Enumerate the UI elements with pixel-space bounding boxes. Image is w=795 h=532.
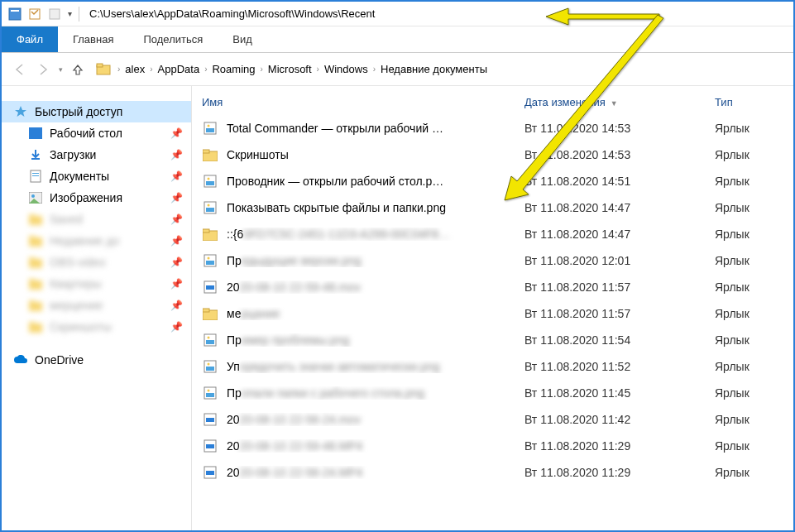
chevron-right-icon[interactable]: › [150,65,152,74]
svg-rect-58 [206,471,214,475]
sidebar-item-label: OneDrive [35,353,84,367]
sidebar-desktop[interactable]: Рабочий стол 📌 [2,122,191,144]
file-name: мерцание [227,307,524,320]
pin-icon: 📌 [170,149,183,161]
tab-file[interactable]: Файл [2,26,58,52]
file-type: Ярлык [715,280,781,294]
sidebar-documents[interactable]: Документы 📌 [2,165,191,187]
properties-icon[interactable] [28,7,41,21]
svg-rect-54 [206,418,214,422]
file-row[interactable]: ::{60FD7C5C-2451-11D3-A299-00C04F8…Вт 11… [202,221,793,247]
file-name: Пример проблемы.png [227,333,524,347]
sidebar-onedrive[interactable]: OneDrive [2,349,191,371]
file-row[interactable]: мерцаниеВт 11.08.2020 11:57Ярлык [202,300,793,327]
recent-locations-dropdown[interactable]: ▾ [55,58,66,81]
qat-dropdown-icon[interactable]: ▾ [68,9,72,18]
breadcrumb-item[interactable]: alex [122,60,148,79]
file-row[interactable]: Предыдущие версии.pngВт 11.08.2020 12:01… [202,247,793,274]
pin-icon: 📌 [170,127,183,139]
file-name: Показывать скрытые файлы и папки.png [227,201,524,214]
file-name: Упорядочить значки автоматически.png [227,360,524,373]
file-list[interactable]: Total Commander — открыли рабочий …Вт 11… [192,115,793,486]
file-name: Пропали папки с рабочего стола.png [227,386,524,400]
sidebar-item-blurred[interactable]: Скриншоты📌 [2,316,191,338]
desktop-icon [28,126,43,141]
up-button[interactable] [66,58,89,81]
file-row[interactable]: Показывать скрытые файлы и папки.pngВт 1… [202,194,793,221]
sidebar-item-blurred[interactable]: OBS-video📌 [2,252,191,273]
breadcrumb-item[interactable]: Roaming [208,60,258,79]
sidebar-downloads[interactable]: Загрузки 📌 [2,144,191,165]
file-row[interactable]: СкриншотыВт 11.08.2020 14:53Ярлык [202,141,793,168]
breadcrumb[interactable]: › alex › AppData › Roaming › Microsoft ›… [96,60,787,79]
column-date[interactable]: Дата изменения▼ [524,96,715,108]
chevron-right-icon[interactable]: › [317,65,319,74]
file-list-pane: Имя Дата изменения▼ Тип Total Commander … [192,86,793,530]
file-row[interactable]: Total Commander — открыли рабочий …Вт 11… [202,115,793,141]
file-date: Вт 11.08.2020 11:57 [524,307,715,320]
breadcrumb-item[interactable]: Windows [321,60,371,79]
chevron-right-icon[interactable]: › [117,65,120,74]
file-row[interactable]: 2020-08-10 22-59-48.MP4Вт 11.08.2020 11:… [202,433,793,459]
file-row[interactable]: 2020-08-10 22-56-24.MP4Вт 11.08.2020 11:… [202,459,793,486]
image-file-icon [202,332,218,348]
svg-rect-9 [32,175,39,176]
file-type: Ярлык [715,360,781,373]
file-name: Проводник — открыли рабочий стол.p… [227,175,524,188]
chevron-right-icon[interactable]: › [373,65,376,74]
sidebar-item-blurred[interactable]: Квартиры📌 [2,273,191,295]
chevron-right-icon[interactable]: › [261,65,263,74]
file-row[interactable]: 2020-08-10 22-59-48.movВт 11.08.2020 11:… [202,274,793,300]
svg-rect-36 [203,229,209,232]
svg-rect-33 [206,208,214,212]
folder-icon [28,298,43,313]
separator [79,7,79,22]
sidebar-item-label: Изображения [50,191,122,204]
file-type: Ярлык [715,386,781,400]
pin-icon: 📌 [170,192,183,204]
breadcrumb-item[interactable]: Microsoft [265,60,315,79]
back-button[interactable] [8,58,31,81]
column-name[interactable]: Имя [202,96,524,108]
sidebar-item-blurred[interactable]: мерцение📌 [2,295,191,316]
file-date: Вт 11.08.2020 12:01 [524,254,715,267]
file-type: Ярлык [715,439,781,453]
sidebar-item-blurred[interactable]: Недавние до📌 [2,230,191,252]
tab-home[interactable]: Главная [58,26,128,52]
file-name: ::{60FD7C5C-2451-11D3-A299-00C04F8… [227,228,524,241]
chevron-right-icon[interactable]: › [204,65,207,74]
tab-view[interactable]: Вид [218,26,267,52]
file-row[interactable]: Упорядочить значки автоматически.pngВт 1… [202,353,793,380]
svg-rect-21 [29,300,35,304]
file-row[interactable]: Пропали папки с рабочего стола.pngВт 11.… [202,380,793,406]
svg-rect-17 [29,257,35,261]
forward-button[interactable] [31,58,55,81]
sidebar-item-blurred[interactable]: Saved📌 [2,208,191,230]
file-date: Вт 11.08.2020 11:29 [524,439,715,453]
file-row[interactable]: Проводник — открыли рабочий стол.p…Вт 11… [202,168,793,194]
svg-rect-5 [97,64,103,67]
file-row[interactable]: 2020-08-10 22-56-24.movВт 11.08.2020 11:… [202,406,793,433]
sidebar-pictures[interactable]: Изображения 📌 [2,187,191,208]
qat-icon[interactable] [48,7,61,21]
svg-point-11 [31,194,35,198]
sidebar-item-label: Загрузки [50,148,96,161]
file-row[interactable]: Пример проблемы.pngВт 11.08.2020 11:54Яр… [202,327,793,353]
folder-icon [202,226,218,242]
image-file-icon [202,358,218,375]
ribbon-tabs: Файл Главная Поделиться Вид [2,26,793,53]
svg-point-31 [208,178,210,180]
svg-rect-43 [203,309,209,312]
file-date: Вт 11.08.2020 14:47 [524,201,715,214]
svg-rect-41 [206,285,214,290]
svg-point-46 [208,337,210,339]
tab-share[interactable]: Поделиться [128,26,218,52]
column-type[interactable]: Тип [715,96,781,108]
breadcrumb-item[interactable]: AppData [155,60,204,79]
pin-icon: 📌 [170,235,183,247]
column-headers: Имя Дата изменения▼ Тип [192,86,793,115]
pin-icon: 📌 [170,170,183,182]
breadcrumb-item[interactable]: Недавние документы [377,60,491,79]
file-date: Вт 11.08.2020 14:51 [524,175,715,188]
sidebar-quick-access[interactable]: Быстрый доступ [2,101,191,122]
